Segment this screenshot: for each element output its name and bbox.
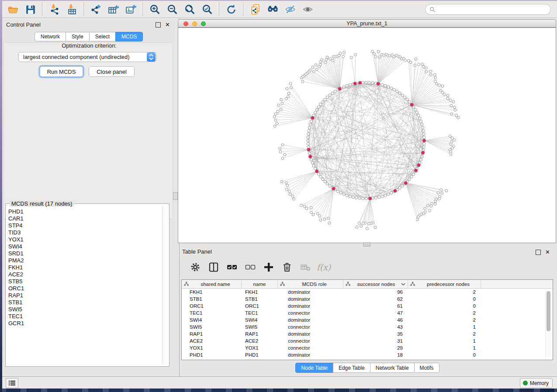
- cell-successor-nodes: 18: [343, 352, 408, 358]
- table-row[interactable]: STB1STB1dominator620: [182, 296, 553, 303]
- table-row[interactable]: YOX1YOX1connector291: [182, 344, 553, 351]
- show-column-button[interactable]: [206, 260, 221, 275]
- export-image-icon: [125, 3, 137, 15]
- column-header-shared-name[interactable]: shared name: [182, 280, 242, 288]
- cell-name: ORC1: [242, 303, 278, 309]
- open-file-button[interactable]: [4, 2, 21, 17]
- search-field[interactable]: [425, 4, 551, 15]
- table-scrollbar[interactable]: [545, 290, 551, 357]
- mcds-result-item[interactable]: ACE2: [8, 271, 161, 278]
- network-window-titlebar[interactable]: YPA_prune.txt_1: [178, 19, 556, 28]
- mcds-result-item[interactable]: PHD1: [8, 208, 161, 215]
- duplicate-network-button[interactable]: [246, 2, 264, 17]
- mcds-result-item[interactable]: YOX1: [8, 236, 161, 243]
- zoom-out-icon: [166, 3, 178, 15]
- open-file-icon: [7, 3, 19, 15]
- mcds-list-scrollbar[interactable]: [162, 206, 168, 364]
- mcds-result-item[interactable]: CAR1: [8, 215, 161, 222]
- search-network-button[interactable]: [264, 2, 281, 17]
- mcds-result-list[interactable]: PHD1CAR1STP4TID3YOX1SWI4SRD1PMA2FKH1ACE2…: [8, 208, 161, 364]
- cell-predecessor-nodes: 2: [408, 331, 481, 337]
- tab-network-table[interactable]: Network Table: [370, 363, 415, 373]
- column-label: name: [242, 282, 277, 287]
- cell-successor-nodes: 31: [343, 338, 408, 344]
- mcds-result-item[interactable]: ORC1: [8, 285, 161, 292]
- export-image-button[interactable]: [122, 2, 139, 17]
- mcds-result-item[interactable]: STB5: [8, 278, 161, 285]
- column-header-name[interactable]: name: [242, 280, 278, 288]
- zoom-fit-button[interactable]: [181, 2, 198, 17]
- mcds-result-item[interactable]: TID3: [8, 229, 161, 236]
- float-panel-icon[interactable]: [536, 250, 541, 255]
- table-row[interactable]: FKH1FKH1dominator962: [182, 289, 553, 296]
- column-header-predecessor-nodes[interactable]: predecessor nodes: [408, 280, 481, 288]
- select-all-button[interactable]: [224, 260, 240, 275]
- mcds-result-item[interactable]: GCR1: [8, 320, 161, 327]
- cell-MCDS-role: connector: [278, 324, 343, 330]
- search-icon: [429, 7, 436, 13]
- task-history-button[interactable]: [6, 378, 18, 388]
- float-panel-icon[interactable]: [156, 22, 161, 28]
- cell-successor-nodes: 29: [343, 345, 408, 351]
- table-row[interactable]: SWI5SWI5connector431: [182, 323, 553, 330]
- cell-predecessor-nodes: 2: [408, 317, 481, 323]
- export-network-icon: [90, 3, 102, 15]
- mcds-result-item[interactable]: PMA2: [8, 257, 161, 264]
- table-body: FKH1FKH1dominator962STB1STB1dominator620…: [182, 289, 553, 358]
- column-header-MCDS-role[interactable]: MCDS role: [278, 280, 343, 288]
- mcds-result-item[interactable]: STB1: [8, 299, 161, 306]
- tab-select[interactable]: Select: [89, 32, 116, 41]
- cell-MCDS-role: connector: [278, 310, 343, 316]
- table-row[interactable]: ORC1ORC1dominator610: [182, 303, 553, 309]
- export-network-button[interactable]: [87, 2, 104, 17]
- zoom-selected-button[interactable]: [198, 2, 216, 17]
- close-panel-icon[interactable]: ✕: [165, 23, 170, 27]
- tab-mcds[interactable]: MCDS: [115, 32, 143, 41]
- mcds-result-item[interactable]: SRD1: [8, 250, 161, 257]
- table-row[interactable]: RAP1RAP1dominator352: [182, 330, 553, 337]
- import-network-button[interactable]: [45, 2, 63, 17]
- add-button[interactable]: [261, 260, 277, 275]
- zoom-in-button[interactable]: [146, 2, 163, 17]
- column-header-successor-nodes[interactable]: successor nodes: [343, 280, 408, 288]
- deselect-all-button[interactable]: [242, 260, 258, 275]
- mcds-result-item[interactable]: FKH1: [8, 264, 161, 271]
- import-table-button[interactable]: [63, 2, 80, 17]
- zoom-out-button[interactable]: [163, 2, 181, 17]
- close-panel-icon[interactable]: ✕: [545, 250, 550, 254]
- tab-edge-table[interactable]: Edge Table: [333, 363, 370, 373]
- tab-motifs[interactable]: Motifs: [414, 363, 439, 373]
- close-panel-button[interactable]: Close panel: [89, 66, 135, 77]
- delete-button[interactable]: [279, 260, 295, 275]
- zoom-in-icon: [149, 3, 161, 15]
- network-canvas[interactable]: [178, 28, 556, 243]
- mcds-result-item[interactable]: STP4: [8, 222, 161, 229]
- cell-shared-name: TEC1: [182, 310, 242, 316]
- optimization-criterion-select[interactable]: largest connected component (undirected): [18, 52, 156, 62]
- table-settings-button[interactable]: [187, 260, 203, 275]
- mcds-result-item[interactable]: SWI5: [8, 306, 161, 313]
- show-all-button[interactable]: [299, 2, 316, 17]
- table-row[interactable]: SWI4SWI4dominator462: [182, 316, 553, 323]
- cell-shared-name: YOX1: [182, 345, 242, 351]
- hide-selected-button[interactable]: [281, 2, 299, 17]
- save-session-button[interactable]: [21, 2, 39, 17]
- table-row[interactable]: PHD1PHD1dominator180: [182, 351, 553, 358]
- tab-node-table[interactable]: Node Table: [295, 363, 333, 373]
- mcds-result-item[interactable]: RAP1: [8, 292, 161, 299]
- export-table-button[interactable]: [104, 2, 122, 17]
- table-row[interactable]: ACE2ACE2connector311: [182, 337, 553, 344]
- splitter-grip[interactable]: [173, 192, 178, 200]
- run-mcds-button[interactable]: Run MCDS: [40, 66, 83, 77]
- tab-network[interactable]: Network: [35, 32, 66, 41]
- column-label: shared name: [190, 282, 241, 287]
- tab-style[interactable]: Style: [66, 32, 90, 41]
- mcds-result-item[interactable]: TEC1: [8, 313, 161, 320]
- scrollbar-thumb[interactable]: [547, 291, 550, 331]
- refresh-button[interactable]: [222, 2, 240, 17]
- table-row[interactable]: TEC1TEC1connector472: [182, 309, 553, 316]
- mcds-result-item[interactable]: SWI4: [8, 243, 161, 250]
- search-input[interactable]: [436, 5, 550, 14]
- memory-button[interactable]: Memory: [520, 378, 553, 388]
- cell-name: ACE2: [242, 338, 278, 344]
